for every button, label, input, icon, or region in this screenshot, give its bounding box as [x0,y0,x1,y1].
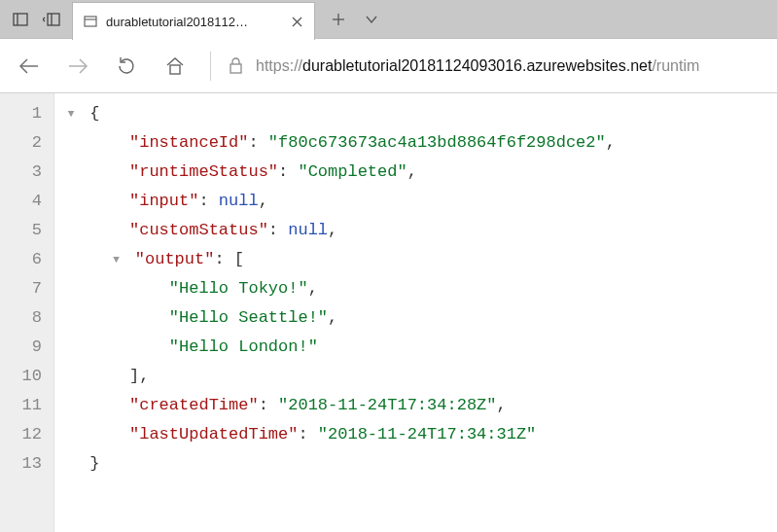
line-number: 11 [4,391,42,420]
code-line: "Hello Tokyo!", [64,274,777,303]
json-key: output [145,250,204,268]
fold-toggle-icon[interactable]: ▼ [64,99,78,128]
json-string: Hello London! [179,337,308,356]
json-null: null [288,221,328,239]
code-line: } [64,449,777,479]
lock-icon[interactable] [225,55,246,77]
code-line: "runtimeStatus": "Completed", [64,158,777,187]
url-path: /runtim [652,57,699,74]
line-number: 13 [4,449,42,479]
url-text: https://durabletutorial20181124093016.az… [256,57,699,75]
line-number: 3 [4,158,42,187]
code-line: "input": null, [64,187,777,216]
code-line: "instanceId": "f80c673673ac4a13bd8864f6f… [64,128,777,158]
code-line: "customStatus": null, [64,216,777,245]
url-scheme: https:// [256,57,302,74]
svg-rect-13 [230,64,241,73]
line-gutter: 1 2 3 4 5 6 7 8 9 10 11 12 13 [0,93,54,532]
json-string: 2018-11-24T17:34:31Z [328,425,526,443]
json-key: customStatus [139,221,258,239]
new-tab-button[interactable] [323,4,354,35]
code-line: ], [64,362,777,391]
json-code[interactable]: ▼ { "instanceId": "f80c673673ac4a13bd886… [54,93,777,532]
tab-favicon-icon [83,14,98,29]
json-string: 2018-11-24T17:34:28Z [288,396,486,414]
line-number: 7 [4,274,42,303]
set-aside-tabs-icon[interactable] [6,4,35,35]
code-line: "lastUpdatedTime": "2018-11-24T17:34:31Z… [64,420,777,449]
url-host: durabletutorial20181124093016.azurewebsi… [302,57,652,74]
forward-button[interactable] [56,45,99,88]
json-key: createdTime [139,396,248,414]
json-null: null [219,192,259,210]
code-line: ▼ { [64,99,777,128]
svg-rect-12 [170,65,180,74]
line-number: 6 [4,245,42,274]
line-number: 1 [4,99,42,128]
json-string: Completed [308,162,398,181]
line-number: 8 [4,303,42,333]
svg-rect-2 [48,14,59,25]
code-line: "Hello Seattle!", [64,303,777,333]
line-number: 5 [4,216,42,245]
line-number: 9 [4,333,42,362]
show-set-aside-icon[interactable] [37,4,66,35]
line-number: 12 [4,420,42,449]
title-bar: durabletutorial2018112… [0,0,777,39]
line-number: 4 [4,187,42,216]
svg-rect-4 [85,17,96,26]
tab-actions-chevron-icon[interactable] [356,4,387,35]
json-key: instanceId [139,133,238,152]
code-line: "createdTime": "2018-11-24T17:34:28Z", [64,391,777,420]
json-key: input [139,192,189,210]
line-number: 10 [4,362,42,391]
svg-rect-0 [14,14,27,25]
json-string: Hello Tokyo! [179,279,298,298]
back-button[interactable] [8,45,51,88]
code-line: "Hello London!" [64,333,777,362]
json-key: runtimeStatus [139,162,268,181]
json-string: f80c673673ac4a13bd8864f6f298dce2 [278,133,595,152]
json-key: lastUpdatedTime [139,425,288,443]
address-bar[interactable]: https://durabletutorial20181124093016.az… [221,48,769,85]
browser-tab[interactable]: durabletutorial2018112… [72,2,315,40]
toolbar-separator [210,52,211,81]
nav-toolbar: https://durabletutorial20181124093016.az… [0,39,777,93]
tab-close-icon[interactable] [287,12,306,31]
fold-toggle-icon[interactable]: ▼ [110,245,124,274]
json-string: Hello Seattle! [179,308,318,327]
refresh-button[interactable] [105,45,148,88]
json-viewer: 1 2 3 4 5 6 7 8 9 10 11 12 13 ▼ { "insta… [0,93,777,532]
line-number: 2 [4,128,42,158]
tab-controls [315,0,395,38]
code-line: ▼ "output": [ [64,245,777,274]
tab-title: durabletutorial2018112… [106,15,279,29]
home-button[interactable] [154,45,196,88]
window-aside-buttons [0,0,72,38]
